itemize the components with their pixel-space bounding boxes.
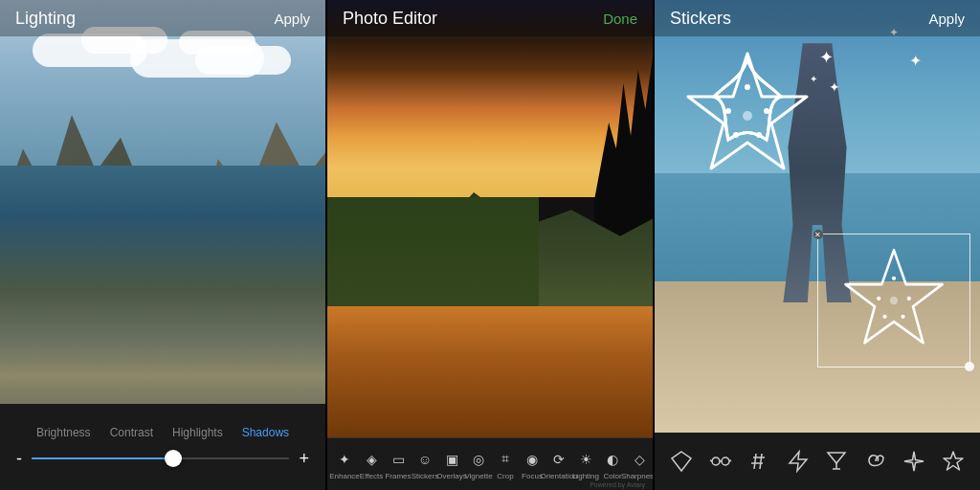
- stickers-title: Stickers: [670, 9, 731, 29]
- lighting-header: Lighting Apply: [0, 0, 325, 36]
- tool-enhance[interactable]: ✦ Enhance: [331, 449, 358, 480]
- shadows-slider[interactable]: - +: [16, 449, 309, 469]
- svg-marker-27: [790, 452, 807, 471]
- tool-orientation[interactable]: ⟳ Orientation: [546, 449, 572, 480]
- svg-text:✦: ✦: [810, 74, 817, 84]
- svg-line-25: [754, 454, 756, 469]
- tool-stickers[interactable]: ☺ Stickers: [412, 449, 438, 480]
- tool-overlays[interactable]: ▣ Overlays: [438, 449, 465, 480]
- slider-thumb[interactable]: [165, 450, 182, 467]
- svg-point-19: [722, 457, 729, 465]
- editor-done-button[interactable]: Done: [603, 11, 637, 27]
- svg-point-2: [764, 108, 769, 114]
- sticker-tool-lightning[interactable]: [781, 444, 815, 479]
- slider-plus-icon: +: [299, 449, 309, 469]
- crop-label: Crop: [497, 472, 513, 480]
- sticker-tool-sparkle[interactable]: [897, 444, 931, 479]
- slider-minus-icon: -: [16, 449, 22, 469]
- enhance-label: Enhance: [329, 472, 360, 480]
- svg-line-21: [710, 460, 712, 461]
- sticker-starfish-large[interactable]: ✦ ✦ ✦: [671, 34, 862, 188]
- frames-icon: ▭: [388, 449, 409, 470]
- lighting-panel: Lighting Apply Brightness Contrast Highl…: [0, 0, 325, 490]
- sticker-toolbar: [655, 433, 980, 490]
- tool-frames[interactable]: ▭ Frames: [385, 449, 412, 480]
- sparkle-dot-1: ✦: [909, 52, 922, 70]
- lighting-apply-button[interactable]: Apply: [274, 11, 310, 27]
- crop-icon: ⌗: [495, 449, 516, 470]
- enhance-icon: ✦: [334, 449, 355, 470]
- sunset-water: [327, 306, 653, 437]
- overlays-label: Overlays: [436, 472, 467, 480]
- svg-line-26: [760, 454, 762, 469]
- svg-point-18: [712, 457, 720, 465]
- photo-editor-panel: Photo Editor Done ✦ Enhance ◈ Effects ▭ …: [327, 0, 653, 490]
- svg-line-22: [729, 460, 731, 461]
- cloud: [195, 46, 291, 75]
- effects-icon: ◈: [361, 449, 382, 470]
- editor-toolbar: ✦ Enhance ◈ Effects ▭ Frames ☺ Stickers …: [327, 437, 653, 490]
- tab-shadows[interactable]: Shadows: [242, 426, 289, 439]
- sunset-photo: [327, 0, 653, 437]
- sticker-tool-starfish[interactable]: [936, 444, 970, 479]
- sticker-scale-handle[interactable]: [965, 362, 974, 371]
- fjord-photo: [0, 0, 325, 413]
- sharpness-label: Sharpness: [621, 472, 653, 480]
- svg-point-11: [892, 277, 896, 280]
- tool-crop[interactable]: ⌗ Crop: [492, 449, 519, 480]
- vignette-icon: ◎: [468, 449, 489, 470]
- sticker-transform-frame[interactable]: ✕: [817, 234, 970, 368]
- sticker-tool-hashtag[interactable]: [742, 444, 776, 479]
- watermark: Powered by Aviary: [590, 481, 645, 488]
- lighting-tabs: Brightness Contrast Highlights Shadows: [36, 426, 289, 439]
- svg-point-1: [745, 84, 750, 90]
- beach-photo: ✦ ✦ ✦ ✕ ✦ ✦: [655, 0, 980, 433]
- svg-text:✦: ✦: [829, 80, 840, 95]
- lighting-title: Lighting: [15, 9, 76, 29]
- sticker-tool-cocktail[interactable]: [819, 444, 854, 479]
- slider-fill: [32, 457, 173, 459]
- tab-brightness[interactable]: Brightness: [36, 426, 91, 439]
- stickers-icon: ☺: [414, 449, 435, 470]
- focus-icon: ◉: [522, 449, 543, 470]
- tool-vignette[interactable]: ◎ Vignette: [465, 449, 492, 480]
- water-reflection: [49, 166, 277, 310]
- tool-sharpness[interactable]: ◇ Sharpness: [626, 449, 653, 480]
- sticker-close-handle[interactable]: ✕: [813, 230, 823, 239]
- sharpness-icon: ◇: [629, 449, 650, 470]
- svg-marker-28: [828, 453, 845, 463]
- orientation-icon: ⟳: [548, 449, 569, 470]
- svg-point-13: [901, 315, 904, 319]
- effects-label: Effects: [360, 472, 383, 480]
- tool-lighting[interactable]: ☀ Lighting: [572, 449, 599, 480]
- tool-effects[interactable]: ◈ Effects: [358, 449, 385, 480]
- svg-point-6: [743, 111, 752, 121]
- overlays-icon: ▣: [441, 449, 462, 470]
- stickers-apply-button[interactable]: Apply: [928, 11, 965, 27]
- slider-track[interactable]: [32, 457, 289, 459]
- svg-point-15: [877, 297, 880, 301]
- color-icon: ◐: [602, 449, 623, 470]
- svg-point-16: [890, 297, 898, 304]
- stickers-header: Stickers Apply: [655, 0, 980, 36]
- lighting-icon: ☀: [575, 449, 596, 470]
- svg-marker-31: [944, 452, 963, 470]
- tab-highlights[interactable]: Highlights: [172, 426, 223, 439]
- lighting-label: Lighting: [572, 472, 599, 480]
- vignette-label: Vignette: [464, 472, 492, 480]
- svg-point-3: [756, 132, 762, 138]
- svg-marker-17: [672, 452, 691, 471]
- stickers-panel: ✦ ✦ ✦ ✕ ✦ ✦: [655, 0, 980, 490]
- editor-title: Photo Editor: [343, 9, 437, 29]
- svg-point-14: [882, 315, 886, 319]
- tab-contrast[interactable]: Contrast: [110, 426, 153, 439]
- color-label: Color: [603, 472, 621, 480]
- editor-header: Photo Editor Done: [327, 0, 653, 36]
- svg-point-5: [725, 108, 731, 114]
- lighting-controls: Brightness Contrast Highlights Shadows -…: [0, 404, 325, 490]
- sticker-tool-glasses[interactable]: [703, 444, 738, 479]
- sticker-tool-diamond[interactable]: [664, 444, 699, 479]
- svg-point-12: [907, 297, 911, 301]
- frames-label: Frames: [385, 472, 411, 480]
- sticker-tool-swirl[interactable]: [858, 444, 893, 479]
